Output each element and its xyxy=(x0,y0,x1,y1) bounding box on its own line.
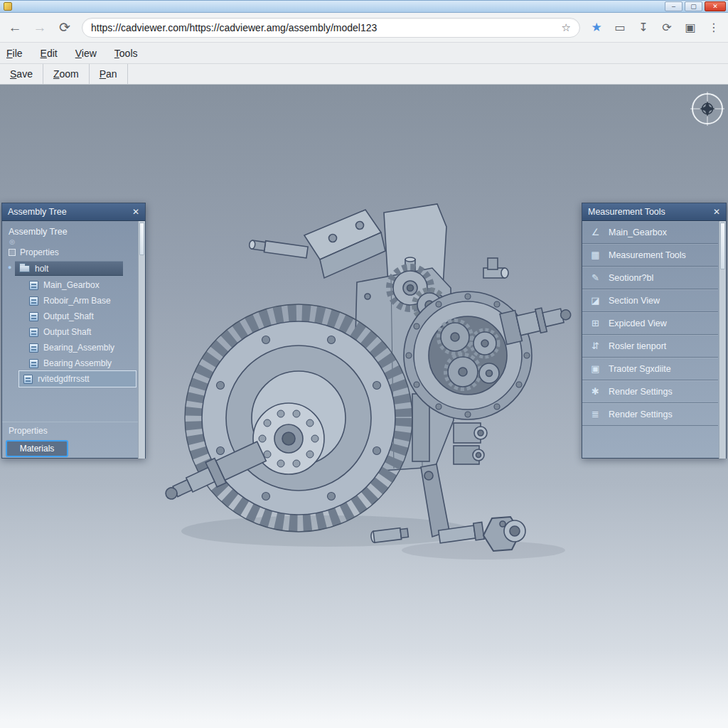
materials-button[interactable]: Materials xyxy=(6,440,68,457)
orientation-compass[interactable] xyxy=(689,90,726,127)
tree-item-label: holt xyxy=(35,264,48,274)
window-controls: – ▢ ✕ xyxy=(665,1,726,11)
reload-icon[interactable]: ⟳ xyxy=(57,19,73,36)
bookmark-star-icon[interactable]: ☆ xyxy=(562,21,571,34)
tree-item[interactable]: Bearing Assembly xyxy=(2,355,145,371)
assembly-tree-panel: Assembly Tree ✕ Assembly Tree ◎ Properti… xyxy=(1,203,146,459)
menu-edit[interactable]: Edit xyxy=(41,48,58,59)
scrollbar[interactable] xyxy=(719,221,726,459)
tool-item-label: Render Settings xyxy=(609,410,673,419)
part-icon xyxy=(29,296,38,306)
scrollbar-thumb[interactable] xyxy=(720,223,725,269)
tree-item[interactable]: Roboir_Arm Base xyxy=(2,293,145,309)
render-settings-icon: ✱ xyxy=(589,386,601,397)
tree-item-label: Bearing_Assembly xyxy=(43,343,114,353)
tree-item[interactable]: Bearing_Assembly xyxy=(2,340,145,355)
tool-item[interactable]: ✎ Seotionr?bl xyxy=(582,267,718,289)
favorites-icon[interactable]: ★ xyxy=(589,20,604,35)
measurement-tools-header[interactable]: Measurement Tools ✕ xyxy=(582,203,726,221)
measurement-tools-list: ∠ Main_Gearbox ▦ Measurement Tools ✎ Seo… xyxy=(582,221,718,459)
zoom-button[interactable]: Zoom xyxy=(43,64,90,84)
assembly-tree-body: Assembly Tree ◎ Properties ● holt Main_G… xyxy=(2,221,145,459)
tool-item-label: Expicded View xyxy=(609,318,667,328)
cast-icon[interactable]: ▭ xyxy=(613,21,627,34)
save-button[interactable]: Save xyxy=(0,64,43,84)
tool-item[interactable]: ≣ Render Settings xyxy=(582,403,718,426)
app-menu-bar: File Edit View Tools xyxy=(0,43,728,64)
close-icon[interactable]: ✕ xyxy=(713,207,720,217)
tree-item-label: Roboir_Arm Base xyxy=(43,296,111,306)
tool-item[interactable]: ⇵ Rosler tienport xyxy=(582,335,718,358)
tool-item-label: Rosler tienport xyxy=(609,341,666,351)
window-title-bar: – ▢ ✕ xyxy=(0,0,728,13)
maximize-button[interactable]: ▢ xyxy=(685,1,702,11)
pan-button[interactable]: Pan xyxy=(90,64,128,84)
tree-item[interactable]: Main_Gearbox xyxy=(2,277,145,293)
properties-toggle-label: Properties xyxy=(20,247,59,257)
zoom-label: Zoom xyxy=(53,68,79,80)
properties-section: Properties Materials xyxy=(2,422,138,459)
tool-item-label: Traoter Sgxdiite xyxy=(609,364,671,374)
viewport-icon: ⇵ xyxy=(589,341,601,351)
tree-item-label: Bearing Assembly xyxy=(43,358,112,368)
tool-item[interactable]: ◪ Section View xyxy=(582,289,718,312)
folder-icon xyxy=(19,265,30,272)
tree-item-selected[interactable]: holt xyxy=(15,261,123,276)
tree-node-icon: ◎ xyxy=(9,238,145,245)
measurement-tools-panel: Measurement Tools ✕ ∠ Main_Gearbox ▦ Mea… xyxy=(582,203,727,459)
assembly-tree-title: Assembly Tree xyxy=(8,207,67,217)
tool-item-label: Section View xyxy=(609,296,660,306)
menu-file[interactable]: File xyxy=(6,48,23,59)
part-icon xyxy=(29,328,38,337)
properties-toggle[interactable]: Properties xyxy=(2,245,145,259)
save-label: Save xyxy=(10,68,33,80)
tool-item-label: Main_Gearbox xyxy=(609,228,667,237)
selected-bullet-icon: ● xyxy=(8,264,11,271)
measurement-tools-body: ∠ Main_Gearbox ▦ Measurement Tools ✎ Seo… xyxy=(582,221,726,459)
checkbox-icon[interactable] xyxy=(9,249,16,256)
measurement-tools-title: Measurement Tools xyxy=(588,207,665,217)
sync-icon[interactable]: ⟳ xyxy=(660,21,674,34)
menu-tools[interactable]: Tools xyxy=(114,48,138,59)
browser-toolbar: ← → ⟳ ☆ ★ ▭ ↧ ⟳ ▣ ⋮ xyxy=(0,13,728,43)
tool-item[interactable]: ✱ Render Settings xyxy=(582,380,718,403)
pencil-icon: ✎ xyxy=(589,272,601,283)
tool-item[interactable]: ▦ Measurement Tools xyxy=(582,244,718,267)
tree-item-label: Main_Gearbox xyxy=(43,280,100,290)
scrollbar[interactable] xyxy=(138,221,145,459)
scrollbar-thumb[interactable] xyxy=(139,223,144,255)
assembly-tree-header[interactable]: Assembly Tree ✕ xyxy=(2,203,145,221)
measure-grid-icon: ▦ xyxy=(589,250,601,260)
screenshot-icon[interactable]: ▣ xyxy=(683,21,697,34)
tool-item[interactable]: ▣ Traoter Sgxdiite xyxy=(582,358,718,380)
address-bar[interactable]: ☆ xyxy=(82,18,580,38)
tree-item-label: Output Shaft xyxy=(43,327,91,337)
tool-item-label: Measurement Tools xyxy=(609,250,686,260)
forward-icon[interactable]: → xyxy=(32,20,48,36)
menu-view[interactable]: View xyxy=(75,48,97,59)
tree-item[interactable]: Output Shaft xyxy=(2,324,145,340)
tree-root-label: Assembly Tree xyxy=(2,221,145,237)
app-tool-bar: Save Zoom Pan xyxy=(0,64,728,85)
render-list-icon: ≣ xyxy=(589,409,601,419)
back-icon[interactable]: ← xyxy=(7,20,23,36)
section-view-icon: ◪ xyxy=(589,295,601,306)
tracker-icon: ▣ xyxy=(589,363,601,374)
close-icon[interactable]: ✕ xyxy=(132,207,139,217)
tool-item[interactable]: ⊞ Expicded View xyxy=(582,312,718,335)
close-window-button[interactable]: ✕ xyxy=(705,1,726,11)
tool-item-label: Render Settings xyxy=(609,387,673,397)
tree-item[interactable]: Output_Shaft xyxy=(2,309,145,324)
download-icon[interactable]: ↧ xyxy=(636,21,651,34)
part-icon xyxy=(29,359,38,368)
part-icon xyxy=(23,375,33,384)
viewport-3d[interactable]: Assembly Tree ✕ Assembly Tree ◎ Properti… xyxy=(0,85,728,728)
minimize-button[interactable]: – xyxy=(665,1,682,11)
tool-item[interactable]: ∠ Main_Gearbox xyxy=(582,221,718,244)
gearbox-model[interactable] xyxy=(149,191,576,596)
part-icon xyxy=(29,312,38,321)
properties-section-label: Properties xyxy=(2,422,138,436)
url-input[interactable] xyxy=(91,22,557,33)
browser-menu-icon[interactable]: ⋮ xyxy=(707,21,721,34)
tree-item[interactable]: rvitedgdfrrsstt xyxy=(19,371,136,387)
